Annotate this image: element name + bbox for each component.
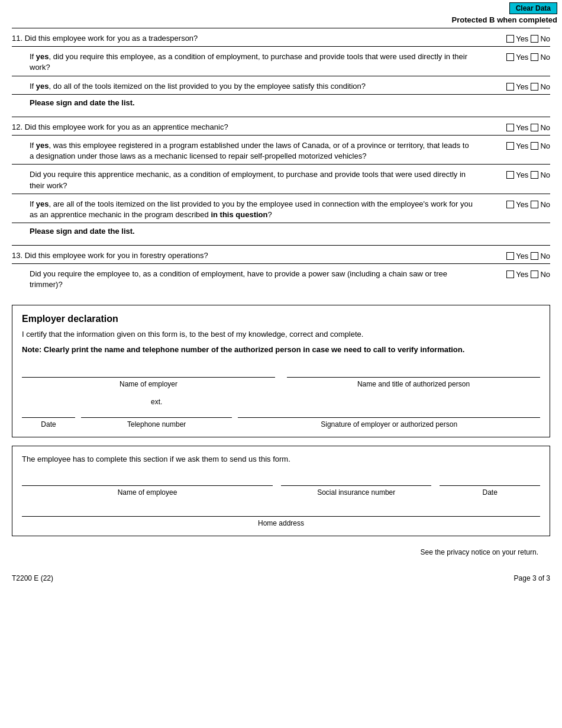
q12s2-yes-checkbox[interactable] xyxy=(506,171,514,179)
q11-yes-label[interactable]: Yes xyxy=(506,34,528,43)
home-address-label: Home address xyxy=(258,519,304,527)
signature-label: Signature of employer or authorized pers… xyxy=(321,420,457,429)
telephone-label: Telephone number xyxy=(127,420,186,429)
q11s1-yes-checkbox[interactable] xyxy=(506,53,514,61)
q11s1-yes-label[interactable]: Yes xyxy=(506,53,528,62)
question-12-row: 12. Did this employee work for you as an… xyxy=(12,117,550,135)
date-group: Date xyxy=(22,406,75,429)
q12-no-label[interactable]: No xyxy=(531,123,550,132)
q12s2-no-checkbox[interactable] xyxy=(531,171,538,179)
question-12-sub2-row: Did you require this apprentice mechanic… xyxy=(12,164,550,193)
footer: T2200 E (22) Page 3 of 3 xyxy=(0,568,562,588)
q12s2-no-label[interactable]: No xyxy=(531,170,550,179)
q11s2-yes-text: Yes xyxy=(516,82,528,91)
q12-sign-date: Please sign and date the list. xyxy=(12,223,550,239)
q11-no-label[interactable]: No xyxy=(531,34,550,43)
question-11-text: 11. Did this employee work for you as a … xyxy=(12,33,479,44)
clear-data-button[interactable]: Clear Data xyxy=(509,2,557,14)
question-13-text: 13. Did this employee work for you in fo… xyxy=(12,250,479,261)
question-12-sub1-text: If yes, was this employee registered in … xyxy=(12,140,479,162)
question-11-yes-no: Yes No xyxy=(479,33,550,43)
q11s1-no-label[interactable]: No xyxy=(531,53,550,62)
question-11-sub1-yes-no: Yes No xyxy=(479,51,550,62)
q12-yes-checkbox[interactable] xyxy=(506,124,514,131)
note-bold: Note: xyxy=(22,345,41,354)
question-11-sub2-yes-no: Yes No xyxy=(479,81,550,91)
question-12-yes-no: Yes No xyxy=(479,122,550,132)
question-13-sub1-row: Did you require the employee to, as a co… xyxy=(12,263,550,292)
q12s1-no-label[interactable]: No xyxy=(531,141,550,150)
question-11-sub1-row: If yes, did you require this employee, a… xyxy=(12,46,550,75)
q13-no-label[interactable]: No xyxy=(531,252,550,260)
name-of-employer-group: Name of employer xyxy=(22,366,275,388)
q13-no-checkbox[interactable] xyxy=(531,252,538,260)
q13s1-yes-text: Yes xyxy=(516,270,528,279)
date-line xyxy=(22,406,75,418)
question-12-sub3-row: If yes, are all of the tools itemized on… xyxy=(12,194,550,223)
q12-no-checkbox[interactable] xyxy=(531,124,538,131)
q11s1-no-checkbox[interactable] xyxy=(531,53,538,61)
employee-date-label: Date xyxy=(483,488,498,497)
question-13-yes-no: Yes No xyxy=(479,250,550,260)
employer-fields-row1: Name of employer Name and title of autho… xyxy=(22,366,540,388)
q12s2-yes-label[interactable]: Yes xyxy=(506,170,528,179)
q12s1-yes-label[interactable]: Yes xyxy=(506,141,528,150)
q12s3-yes-text: Yes xyxy=(516,200,528,209)
q13-yes-checkbox[interactable] xyxy=(506,252,514,260)
employee-date-line xyxy=(440,474,540,486)
question-12-sub2-yes-no: Yes No xyxy=(479,169,550,179)
q12s3-yes-checkbox[interactable] xyxy=(506,201,514,208)
q12-yes-text: Yes xyxy=(516,123,528,132)
employee-sin-group: Social insurance number xyxy=(281,474,431,497)
question-13-sub1-yes-no: Yes No xyxy=(479,269,550,279)
protected-bold: Protected B xyxy=(452,15,495,24)
q12s3-no-label[interactable]: No xyxy=(531,200,550,209)
employee-name-group: Name of employee xyxy=(22,474,273,497)
q13-yes-label[interactable]: Yes xyxy=(506,252,528,260)
q11-sign-date: Please sign and date the list. xyxy=(12,94,550,111)
q11-no-checkbox[interactable] xyxy=(531,35,538,43)
q11s1-yes-text: Yes xyxy=(516,53,528,62)
q13s1-no-checkbox[interactable] xyxy=(531,270,538,278)
q11s2-yes-label[interactable]: Yes xyxy=(506,82,528,91)
q11s2-no-text: No xyxy=(540,82,550,91)
q12s3-yes-label[interactable]: Yes xyxy=(506,200,528,209)
question-12-sub3-yes-no: Yes No xyxy=(479,199,550,209)
q11-no-text: No xyxy=(540,34,550,43)
note-text: Clearly print the name and telephone num… xyxy=(44,345,465,354)
q12-yes-label[interactable]: Yes xyxy=(506,123,528,132)
employer-declaration-box: Employer declaration I certify that the … xyxy=(12,305,550,437)
name-title-line xyxy=(287,366,540,378)
q11-yes-checkbox[interactable] xyxy=(506,35,514,43)
q11s2-no-label[interactable]: No xyxy=(531,82,550,91)
q12s2-no-text: No xyxy=(540,170,550,179)
question-12-sub1-row: If yes, was this employee registered in … xyxy=(12,135,550,164)
ext-label: ext. xyxy=(151,398,162,406)
employee-date-group: Date xyxy=(440,474,540,497)
q13s1-yes-checkbox[interactable] xyxy=(506,270,514,278)
q12s1-yes-text: Yes xyxy=(516,141,528,150)
q13-yes-text: Yes xyxy=(516,252,528,260)
q13s1-no-label[interactable]: No xyxy=(531,270,550,279)
top-bar: Clear Data xyxy=(0,0,562,15)
declaration-certify-text: I certify that the information given on … xyxy=(22,329,540,340)
declaration-note: Note: Clearly print the name and telepho… xyxy=(22,344,540,355)
q12s3-no-checkbox[interactable] xyxy=(531,201,538,208)
telephone-line xyxy=(81,406,232,418)
question-13-row: 13. Did this employee work for you in fo… xyxy=(12,245,550,263)
q12s1-no-text: No xyxy=(540,141,550,150)
q12-no-text: No xyxy=(540,123,550,132)
q13s1-yes-label[interactable]: Yes xyxy=(506,270,528,279)
employee-section-box: The employee has to complete this sectio… xyxy=(12,446,550,536)
q12s3-no-text: No xyxy=(540,200,550,209)
signature-line xyxy=(238,406,540,418)
employee-name-line xyxy=(22,474,273,486)
question-12-text: 12. Did this employee work for you as an… xyxy=(12,122,479,133)
employee-sin-line xyxy=(281,474,431,486)
q12s1-no-checkbox[interactable] xyxy=(531,142,538,150)
form-code: T2200 E (22) xyxy=(12,574,53,582)
q11s2-no-checkbox[interactable] xyxy=(531,83,538,91)
declaration-title: Employer declaration xyxy=(22,314,540,324)
q11s2-yes-checkbox[interactable] xyxy=(506,83,514,91)
q12s1-yes-checkbox[interactable] xyxy=(506,142,514,150)
